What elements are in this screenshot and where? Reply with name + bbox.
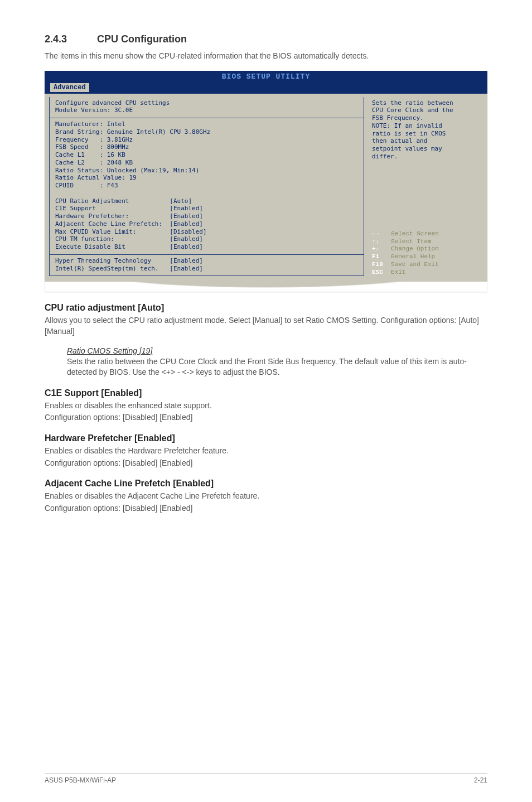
bios-right-panel: Sets the ratio between CPU Core Clock an…: [369, 97, 483, 277]
legend-key-plusminus: +-: [372, 245, 391, 253]
c1e-text1: Enables or disables the enhanced state s…: [45, 400, 487, 412]
hw-prefetch-head: Hardware Prefetcher [Enabled]: [45, 433, 487, 443]
section-title: CPU Configuration: [97, 33, 187, 45]
adj-cache-text2: Configuration options: [Disabled] [Enabl…: [45, 503, 487, 514]
c1e-head: C1E Support [Enabled]: [45, 388, 487, 398]
ratio-cmos-text: Sets the ratio between the CPU Core Cloc…: [67, 356, 487, 378]
ratio-cmos-subtitle: Ratio CMOS Setting [19]: [67, 346, 487, 355]
intro-text: The items in this menu show the CPU-rela…: [45, 51, 487, 62]
section-number: 2.4.3: [45, 33, 95, 45]
legend-key-arrows-ud: ↑↓: [372, 238, 391, 246]
bios-help-text: Sets the ratio between CPU Core Clock an…: [369, 97, 483, 163]
bios-bottom-curve: [45, 282, 487, 292]
bios-left-panel: Configure advanced CPU settings Module V…: [49, 97, 364, 277]
footer-left: ASUS P5B-MX/WiFi-AP: [45, 776, 116, 784]
bios-tab-bar: Advanced: [45, 83, 487, 94]
legend-act-save-exit: Save and Exit: [391, 261, 439, 268]
adj-cache-head: Adjacent Cache Line Prefetch [Enabled]: [45, 479, 487, 489]
legend-act-exit: Exit: [391, 269, 405, 276]
bios-header: BIOS SETUP UTILITY: [45, 71, 487, 83]
legend-key-f1: F1: [372, 253, 391, 261]
legend-key-arrows-lr: ←→: [372, 230, 391, 238]
bios-config-items-bottom[interactable]: Hyper Threading Technology [Enabled] Int…: [50, 255, 364, 276]
adj-cache-text1: Enables or disables the Adjacent Cache L…: [45, 491, 487, 502]
legend-act-select-item: Select Item: [391, 238, 432, 245]
bios-setup-screenshot: BIOS SETUP UTILITY Advanced Configure ad…: [45, 71, 487, 292]
footer-right: 2-21: [474, 776, 487, 784]
bios-config-title: Configure advanced CPU settings Module V…: [50, 97, 364, 119]
cpu-ratio-head: CPU ratio adjustment [Auto]: [45, 303, 487, 313]
bios-legend: ←→Select Screen ↑↓Select Item +-Change O…: [369, 230, 483, 277]
bios-tab-advanced[interactable]: Advanced: [50, 83, 89, 92]
legend-key-f10: F10: [372, 261, 391, 269]
legend-act-general-help: General Help: [391, 253, 435, 260]
hw-prefetch-text2: Configuration options: [Disabled] [Enabl…: [45, 458, 487, 469]
legend-act-change-option: Change Option: [391, 245, 439, 252]
section-heading: 2.4.3 CPU Configuration: [45, 33, 487, 45]
page-footer: ASUS P5B-MX/WiFi-AP 2-21: [45, 774, 487, 784]
cpu-ratio-text: Allows you to select the CPU ratio adjus…: [45, 315, 487, 337]
c1e-text2: Configuration options: [Disabled] [Enabl…: [45, 412, 487, 423]
legend-act-select-screen: Select Screen: [391, 230, 439, 237]
legend-key-esc: ESC: [372, 269, 391, 277]
bios-config-items[interactable]: Manufacturer: Intel Brand String: Genuin…: [50, 118, 364, 255]
hw-prefetch-text1: Enables or disables the Hardware Prefetc…: [45, 446, 487, 457]
